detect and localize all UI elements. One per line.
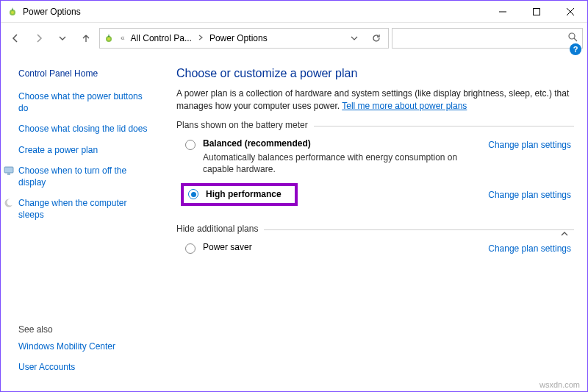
minimize-button[interactable]	[486, 1, 520, 23]
svg-line-9	[574, 38, 577, 41]
svg-rect-10	[4, 167, 13, 173]
see-also-heading: See also	[18, 324, 153, 335]
learn-more-link[interactable]: Tell me more about power plans	[342, 101, 467, 111]
chevron-left-icon[interactable]: «	[119, 34, 126, 42]
body: ? Control Panel Home Choose what the pow…	[1, 54, 587, 392]
plan-description: Automatically balances performance with …	[203, 152, 467, 175]
close-button[interactable]	[553, 1, 587, 23]
plan-balanced: Balanced (recommended) Automatically bal…	[178, 135, 573, 180]
watermark: wsxdn.com	[539, 380, 580, 389]
window-title: Power Options	[23, 7, 81, 17]
breadcrumb-segment[interactable]: All Control Pa...	[131, 33, 192, 43]
sidebar-link-label: Choose when to turn off the display	[18, 165, 126, 188]
sidebar-link-create-plan[interactable]: Create a power plan	[18, 144, 153, 156]
change-plan-settings-link[interactable]: Change plan settings	[488, 190, 571, 200]
power-options-icon	[103, 32, 115, 44]
moon-icon	[4, 198, 14, 208]
main-content: Choose or customize a power plan A power…	[166, 54, 587, 392]
group-legend: Plans shown on the battery meter	[176, 120, 314, 130]
collapse-button[interactable]	[558, 227, 571, 240]
plan-high-performance: High performance Change plan settings	[178, 180, 573, 211]
search-input[interactable]	[392, 28, 583, 49]
titlebar: Power Options	[1, 1, 587, 23]
radio-balanced[interactable]	[185, 140, 196, 150]
change-plan-settings-link[interactable]: Change plan settings	[488, 140, 571, 150]
svg-rect-3	[534, 8, 540, 15]
plan-name-label[interactable]: Power saver	[203, 242, 481, 254]
recent-locations-button[interactable]	[52, 28, 73, 49]
svg-point-8	[569, 33, 575, 39]
address-bar[interactable]: « All Control Pa... Power Options	[99, 28, 389, 49]
search-icon	[568, 32, 578, 44]
sidebar-link-closing-lid[interactable]: Choose what closing the lid does	[18, 123, 153, 135]
control-panel-home-link[interactable]: Control Panel Home	[18, 68, 153, 79]
sidebar-link-mobility-center[interactable]: Windows Mobility Center	[18, 341, 153, 352]
refresh-button[interactable]	[368, 29, 385, 47]
svg-rect-11	[7, 174, 10, 175]
sidebar-link-power-buttons[interactable]: Choose what the power buttons do	[18, 90, 153, 114]
svg-point-13	[7, 199, 14, 206]
plan-name-label[interactable]: Balanced (recommended)	[203, 138, 481, 150]
svg-line-5	[567, 8, 574, 15]
forward-button[interactable]	[29, 28, 49, 49]
sidebar-link-user-accounts[interactable]: User Accounts	[18, 361, 153, 373]
group-additional-plans: Hide additional plans Power saver Change…	[176, 229, 574, 261]
sidebar-link-turn-off-display[interactable]: Choose when to turn off the display	[18, 165, 153, 188]
address-dropdown-button[interactable]	[345, 29, 363, 47]
group-legend[interactable]: Hide additional plans	[176, 224, 264, 234]
plan-power-saver: Power saver Change plan settings	[178, 239, 573, 258]
svg-line-4	[567, 8, 574, 15]
back-button[interactable]	[5, 28, 26, 49]
up-button[interactable]	[76, 28, 96, 49]
group-battery-meter-plans: Plans shown on the battery meter Balance…	[176, 126, 574, 214]
highlight-box: High performance	[181, 183, 298, 207]
radio-high-performance[interactable]	[188, 189, 198, 199]
svg-point-1	[11, 11, 14, 14]
plan-name-label[interactable]: High performance	[206, 189, 282, 201]
power-options-icon	[7, 6, 18, 18]
sidebar: Control Panel Home Choose what the power…	[1, 54, 166, 392]
radio-power-saver[interactable]	[185, 243, 196, 254]
navbar: « All Control Pa... Power Options	[1, 23, 587, 54]
sidebar-link-label: Change when the computer sleeps	[18, 198, 126, 220]
breadcrumb-segment[interactable]: Power Options	[209, 33, 268, 43]
sidebar-link-computer-sleeps[interactable]: Change when the computer sleeps	[18, 197, 153, 221]
change-plan-settings-link[interactable]: Change plan settings	[488, 243, 571, 254]
monitor-icon	[4, 165, 14, 176]
chevron-right-icon[interactable]	[196, 34, 205, 42]
page-heading: Choose or customize a power plan	[176, 67, 574, 80]
page-description: A power plan is a collection of hardware…	[176, 88, 574, 113]
maximize-button[interactable]	[520, 1, 553, 23]
svg-point-7	[107, 38, 110, 40]
